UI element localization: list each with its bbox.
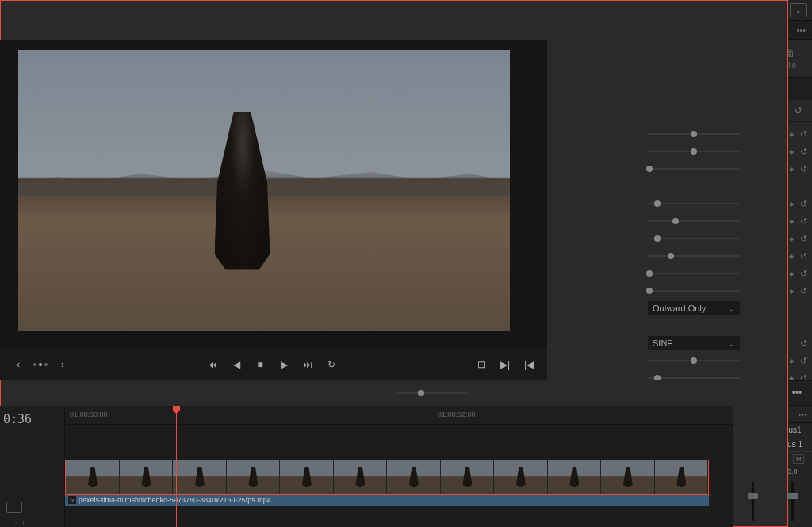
phase-slider[interactable]: [648, 360, 740, 361]
viewer-frame[interactable]: [0, 40, 547, 349]
keyframe-icon[interactable]: ◆: [787, 166, 795, 173]
reset-icon[interactable]: ↺: [800, 234, 807, 244]
ruler-tick: 01:00:02:00: [438, 411, 476, 418]
reset-icon[interactable]: ↺: [800, 356, 807, 366]
reset-icon[interactable]: ↺: [800, 216, 807, 227]
prev-arrow-icon[interactable]: ‹: [10, 356, 27, 373]
prev-clip-button[interactable]: |◀: [520, 356, 538, 373]
reset-icon[interactable]: ↺: [800, 147, 807, 157]
match-frame-icon[interactable]: ⊡: [473, 356, 490, 373]
tilt-amp-slider[interactable]: [648, 220, 740, 222]
keyframe-icon[interactable]: ◆: [787, 288, 795, 295]
rot-amp-slider[interactable]: [648, 238, 740, 239]
effect-reset-icon[interactable]: ↺: [787, 105, 804, 116]
fx-badge: fx: [68, 496, 76, 504]
keyframe-icon[interactable]: ◆: [787, 235, 795, 242]
zoom-speed-slider[interactable]: [648, 290, 740, 292]
mute-button[interactable]: M: [793, 454, 804, 464]
keyframe-icon[interactable]: ◆: [787, 270, 795, 277]
timeline-timecode: 0:36: [0, 406, 64, 433]
playhead[interactable]: [176, 406, 177, 527]
last-frame-button[interactable]: ⏭: [299, 356, 316, 373]
reset-icon[interactable]: ↺: [800, 129, 807, 139]
expand-button[interactable]: ⌄: [790, 3, 807, 17]
zoom-slider[interactable]: [396, 392, 468, 394]
stop-button[interactable]: ■: [251, 356, 269, 373]
reset-icon[interactable]: ↺: [800, 338, 807, 349]
viewer-panel: ‹ › ⏮ ◀ ■ ▶ ⏭ ↻ ⊡ ▶| |◀: [0, 40, 547, 380]
play-reverse-button[interactable]: ◀: [228, 356, 245, 373]
next-clip-button[interactable]: ▶|: [496, 356, 514, 373]
next-arrow-icon[interactable]: ›: [54, 356, 71, 373]
timeline-area: 0:36 2.0 01:00:00:00 01:00:02:00 fx pexe…: [0, 406, 812, 527]
keyframe-icon[interactable]: ◆: [787, 131, 795, 138]
ptr-speed-slider[interactable]: [648, 255, 740, 257]
first-frame-button[interactable]: ⏮: [204, 356, 221, 373]
sub-bar: 14 Timeline 1 ⌄ 01:00:00:36 ◉ pexels-tim…: [0, 21, 812, 40]
keyframe-icon[interactable]: ◆: [787, 253, 795, 260]
timeline-clip[interactable]: [65, 460, 709, 495]
reset-icon[interactable]: ↺: [800, 373, 807, 381]
keyframe-icon[interactable]: ◆: [787, 200, 795, 208]
track-number: 2.0: [14, 519, 25, 527]
play-button[interactable]: ▶: [275, 356, 293, 373]
reset-icon[interactable]: ↺: [800, 251, 807, 262]
reset-icon[interactable]: ↺: [800, 199, 807, 209]
keyframe-icon[interactable]: ◆: [787, 218, 795, 225]
ruler-tick: 01:00:00:00: [70, 411, 108, 418]
pan-amp-slider[interactable]: [648, 203, 740, 204]
loop-button[interactable]: ↻: [323, 356, 340, 373]
transport-controls: ‹ › ⏮ ◀ ■ ▶ ⏭ ↻ ⊡ ▶| |◀: [0, 349, 547, 380]
track-button[interactable]: [6, 502, 22, 513]
timeline-tracks[interactable]: 01:00:00:00 01:00:02:00 fx pexels-tima-m…: [65, 406, 733, 527]
reset-icon[interactable]: ↺: [800, 286, 807, 296]
inspector-menu[interactable]: •••: [790, 21, 812, 39]
keyframe-icon[interactable]: ◆: [787, 357, 795, 365]
timeline-ruler[interactable]: 01:00:00:00 01:00:02:00: [65, 406, 733, 425]
motion-scale-slider[interactable]: [648, 133, 740, 135]
clip-label-bar[interactable]: fx pexels-tima-miroshnichenko-5973760-38…: [65, 495, 709, 506]
viewer-dots[interactable]: [33, 363, 48, 366]
video-track: fx pexels-tima-miroshnichenko-5973760-38…: [65, 460, 733, 507]
mixer-menu-icon[interactable]: •••: [798, 410, 807, 419]
settings-icon[interactable]: •••: [788, 384, 806, 402]
keyframe-icon[interactable]: ◆: [787, 375, 795, 381]
randomness-slider[interactable]: [648, 377, 740, 379]
timeline-left-panel: 0:36 2.0: [0, 406, 65, 527]
reset-icon[interactable]: ↺: [800, 269, 807, 279]
clip-label: pexels-tima-miroshnichenko-5973760-3840x…: [79, 496, 271, 504]
motion-method-dropdown[interactable]: SINE: [648, 336, 740, 350]
video-preview: [18, 50, 510, 331]
keyframe-icon[interactable]: ◆: [787, 148, 795, 155]
zoom-amp-slider[interactable]: [648, 273, 740, 274]
reset-icon[interactable]: ↺: [800, 164, 807, 174]
motion-blur-slider[interactable]: [648, 168, 740, 170]
speed-scale-slider[interactable]: [648, 151, 740, 152]
zoom-type-dropdown[interactable]: Outward Only: [648, 301, 740, 315]
